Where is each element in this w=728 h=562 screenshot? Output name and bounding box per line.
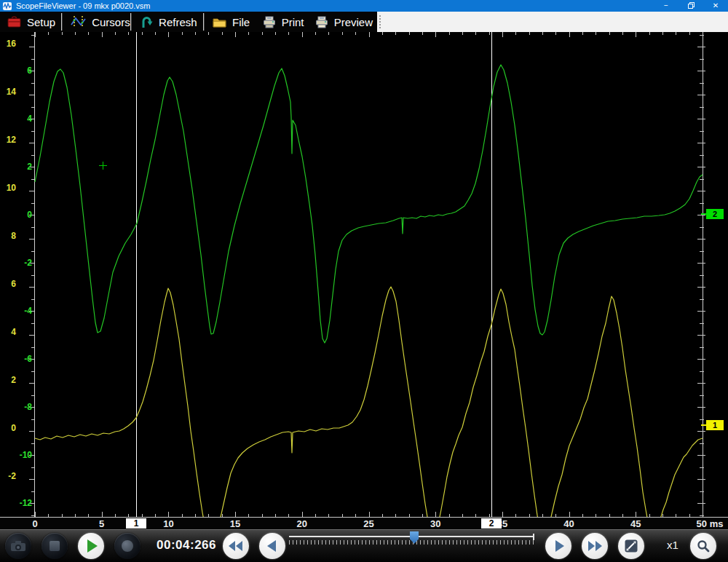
x-axis-row: 05101520253035404550 ms12 [0,517,728,529]
toolbar-separator [130,13,131,31]
play-icon [87,539,98,553]
toolbar-separator [203,13,204,31]
print-button[interactable]: Print [256,12,308,32]
refresh-icon [140,15,153,29]
setup-label: Setup [27,16,55,28]
rewind-icon [229,541,243,551]
step-forward-icon [555,540,564,552]
app-window: ScopeFileViewer - 09 mkx p0020.vsm − ✕ S… [0,0,728,562]
x-axis-label: 20 [280,518,324,529]
y-label-ch1: 2 [0,374,16,386]
toolbar: Setup Cursors Refresh File [0,12,728,32]
y-label-ch2: -6 [0,353,32,365]
minimize-button[interactable]: − [654,0,678,12]
print-preview-icon [315,16,328,28]
cursors-button[interactable]: Cursors [63,12,129,32]
channel-2-badge[interactable]: 2 [706,209,724,219]
stop-icon [50,541,60,551]
camera-icon [11,541,25,551]
waveform-canvas [0,32,728,517]
time-display: 00:04:266 [146,538,227,553]
y-label-ch1: 4 [0,326,16,338]
channel-1-badge[interactable]: 1 [706,420,724,430]
rewind-button[interactable] [223,533,249,559]
restore-button[interactable] [678,0,703,12]
toolbar-button-panel: Setup Cursors Refresh File [0,12,377,32]
y-label-ch1: 10 [0,182,16,194]
position-slider[interactable] [289,530,534,562]
slider-end-cap [533,534,534,540]
fit-view-icon [624,539,638,553]
x-axis-label: 5 [80,518,124,529]
zoom-factor-label: x1 [657,539,688,551]
x-axis-label: 10 [146,518,190,529]
y-label-ch2: -4 [0,305,32,317]
y-label-ch2: 2 [0,161,32,173]
cursors-label: Cursors [92,16,130,28]
y-axis-lines [35,32,703,517]
y-label-ch1: 8 [0,230,16,242]
file-label: File [232,16,250,28]
record-icon [122,540,133,552]
y-label-ch1: -2 [0,470,16,482]
cursor-2-marker-box[interactable]: 2 [481,518,502,529]
fast-forward-icon [587,541,602,551]
plot-area[interactable]: 1614121086420-26420-2-4-6-8-10-12 21 [0,32,728,517]
cursors-icon [71,15,86,28]
zoom-button[interactable] [690,533,716,559]
x-axis-label: 15 [213,518,257,529]
record-button[interactable] [114,533,141,559]
printer-icon [263,16,276,28]
snapshot-button[interactable] [5,533,31,559]
x-axis-label: 50 ms [688,518,728,529]
app-icon [3,2,12,10]
y-label-ch2: -12 [0,497,32,509]
print-label: Print [282,16,304,28]
setup-button[interactable]: Setup [0,12,60,32]
step-back-icon [267,540,276,552]
close-button[interactable]: ✕ [703,0,728,12]
cursor-1-marker-box[interactable]: 1 [126,518,146,529]
x-axis-label: 45 [614,518,657,529]
axis-ticks [29,32,705,517]
file-button[interactable]: File [205,12,256,32]
y-label-ch2: 0 [0,209,32,221]
crosshair-marker[interactable] [99,162,107,170]
window-title: ScopeFileViewer - 09 mkx p0020.vsm [16,0,150,12]
x-axis-label: 40 [547,518,591,529]
y-label-ch1: 12 [0,134,16,146]
toolbox-icon [7,16,21,28]
y-label-ch2: -10 [0,449,32,461]
play-button[interactable] [78,533,104,559]
channel-1-trace [35,287,703,517]
x-axis-label: 30 [414,518,457,529]
y-label-ch2: 4 [0,113,32,124]
x-axis-label: 25 [347,518,391,529]
toolbar-grip[interactable] [379,15,381,28]
channel-2-trace [35,65,703,343]
title-bar: ScopeFileViewer - 09 mkx p0020.vsm − ✕ [0,0,728,12]
preview-button[interactable]: Preview [308,12,377,32]
y-label-ch1: 14 [0,86,16,98]
y-label-ch2: -8 [0,401,32,413]
magnifier-icon [696,539,711,553]
step-forward-button[interactable] [545,533,571,559]
stop-button[interactable] [41,533,68,559]
y-label-ch1: 0 [0,422,16,434]
y-label-ch1: 6 [0,278,16,290]
window-controls: − ✕ [654,0,728,12]
playback-control-bar: 00:04:266 x1 [0,529,728,562]
fast-forward-button[interactable] [582,533,608,559]
y-label-ch1: 16 [0,38,16,50]
refresh-button[interactable]: Refresh [132,12,202,32]
y-label-ch2: 6 [0,65,32,76]
refresh-label: Refresh [159,16,197,28]
step-back-button[interactable] [259,533,285,559]
toolbar-separator [61,13,62,31]
x-axis-label: 0 [13,518,57,529]
fit-view-button[interactable] [618,533,644,559]
folder-icon [213,17,226,28]
preview-label: Preview [334,16,373,28]
y-label-ch2: -2 [0,257,32,269]
